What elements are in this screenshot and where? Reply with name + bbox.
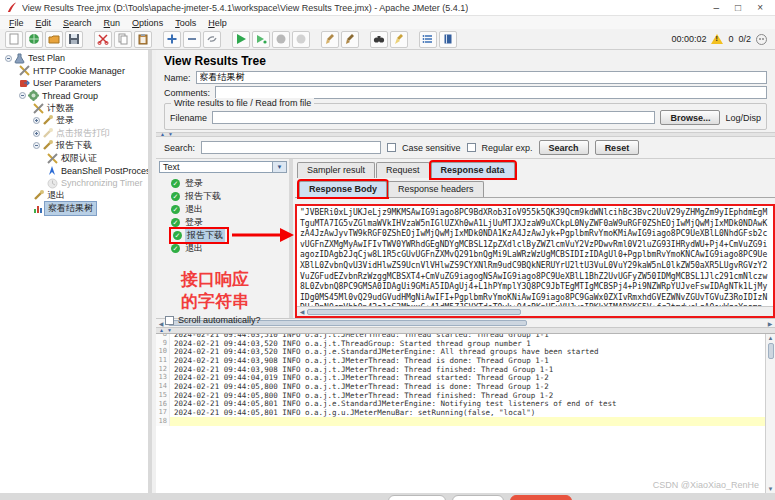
tree-item-beanshell-postprocessor[interactable]: BeanShell PostProcessor [0,165,148,178]
scroll-right-icon[interactable]: ▶ [765,320,775,327]
regular-exp-checkbox[interactable] [467,143,476,152]
expand-toggle-icon[interactable] [32,116,41,125]
expand-toggle-icon[interactable] [32,129,41,138]
paste-button[interactable] [134,31,152,48]
annotation-arrow [232,227,294,243]
scrollbar-thumb[interactable] [768,343,774,359]
tree-item-thread-group[interactable]: Thread Group [0,90,148,103]
help-button[interactable] [439,31,457,48]
scroll-automatically-checkbox[interactable] [165,316,174,325]
menu-options[interactable]: Options [126,18,169,28]
start-play-icon [235,33,247,45]
function-helper-button[interactable] [419,31,437,48]
fieldset-legend: Write results to file / Read from file [171,98,314,108]
tree-item-auth-header-manager[interactable]: 权限认证 [0,152,148,165]
menu-run[interactable]: Run [98,18,127,28]
tab-sampler-result[interactable]: Sampler result [297,162,375,178]
filename-row: Filename Browse... Log/Disp [170,106,761,125]
warning-icon[interactable] [711,34,723,44]
browse-button[interactable]: Browse... [660,110,720,125]
response-body-text[interactable]: "JVBERi0xLjUKJeLjz9MKMSAwIG9iago8PC9BdXR… [297,206,773,316]
open-file-button[interactable] [45,31,63,48]
filename-input[interactable] [212,111,655,124]
result-item-report-download[interactable]: ✓报告下载 [159,190,287,203]
tree-item-synchronizing-timer-disabled[interactable]: Synchronizing Timer [0,177,148,190]
reset-button[interactable]: Reset [595,140,640,155]
tree-item-click-report-print-disabled[interactable]: 点击报告打印 [0,127,148,140]
scroll-automatically-label: Scroll automatically? [178,315,261,325]
log-vertical-scrollbar[interactable]: ▲ ▼ [765,334,775,493]
tree-item-user-parameters[interactable]: User Parameters [0,77,148,90]
start-button[interactable] [232,31,250,48]
toolbar: 00:00:02 0 0/2 [0,29,775,50]
cut-button[interactable] [94,31,112,48]
add-element-button[interactable] [163,31,181,48]
save-button[interactable] [65,31,83,48]
tab-response-headers[interactable]: Response headers [388,181,484,197]
success-shield-icon: ✓ [171,192,180,201]
menu-tools[interactable]: Tools [169,18,202,28]
elapsed-timer: 00:00:02 [671,34,706,44]
clear-button[interactable] [321,31,339,48]
start-no-pauses-button[interactable] [252,31,270,48]
search-reset-brush-icon [393,33,405,45]
tree-item-counter[interactable]: 计数器 [0,102,148,115]
search-input[interactable] [201,141,381,154]
menu-file[interactable]: File [3,18,30,28]
result-item-login[interactable]: ✓登录 [159,177,287,190]
log-line: 112024-02-21 09:44:03,908 INFO o.a.j.t.J… [156,356,775,365]
view-mode-dropdown[interactable]: Text ▼ [159,161,287,173]
success-shield-icon: ✓ [171,218,180,227]
search-label: Search: [164,143,195,153]
log-line: 122024-02-21 09:44:03,908 INFO o.a.j.t.J… [156,365,775,374]
chevron-down-icon[interactable]: ▼ [272,162,286,172]
tab-request[interactable]: Request [376,162,430,178]
sample-results-list: ✓登录 ✓报告下载 ✓退出 ✓登录 ✓ 报告下载 ✓退出 [159,177,287,255]
new-file-button[interactable] [5,31,23,48]
close-button[interactable]: × [757,3,763,13]
tree-item-test-plan[interactable]: Test Plan [0,52,148,65]
scroll-left-icon[interactable]: ◀ [297,308,307,315]
templates-button[interactable] [25,31,43,48]
minimize-button[interactable]: – [714,3,720,13]
result-item-logout[interactable]: ✓退出 [159,203,287,216]
tab-response-data[interactable]: Response data [431,162,515,178]
response-horizontal-scrollbar[interactable]: ◀ [297,306,773,316]
open-folder-icon [48,33,60,45]
jmeter-app-icon [6,2,17,13]
menu-edit[interactable]: Edit [30,18,58,28]
collapse-toggle-icon[interactable] [4,54,13,63]
tree-item-login-sampler[interactable]: 登录 [0,115,148,128]
maximize-button[interactable]: □ [735,3,741,13]
view-results-tree-panel: View Results Tree Name: Comments: Write … [156,50,775,493]
menu-help[interactable]: Help [202,18,233,28]
search-button-toolbar[interactable] [370,31,388,48]
copy-button[interactable] [114,31,132,48]
scroll-down-icon[interactable]: ▼ [768,485,774,493]
result-item-logout-2[interactable]: ✓退出 [159,242,287,255]
search-button[interactable]: Search [539,140,589,155]
clear-all-button[interactable] [341,31,359,48]
stop-button[interactable] [272,31,290,48]
name-input[interactable] [196,71,767,84]
scroll-up-icon[interactable]: ▲ [768,334,774,342]
collapse-toggle-icon[interactable] [18,91,27,100]
remove-element-button[interactable] [183,31,201,48]
collapse-toggle-icon[interactable] [32,141,41,150]
tab-response-body[interactable]: Response Body [299,181,387,197]
scrollbar-thumb[interactable] [307,309,521,315]
log-line: 152024-02-21 09:44:05,800 INFO o.a.j.t.J… [156,391,775,400]
help-book-icon [442,33,454,45]
tree-item-view-results-tree-selected[interactable]: 察看结果树 [0,202,148,215]
window-title: View Results Tree.jmx (D:\Tools\apache-j… [22,3,468,13]
comments-label: Comments: [164,88,210,98]
shutdown-button[interactable] [292,31,310,48]
tree-item-http-cookie-manager[interactable]: HTTP Cookie Manager [0,65,148,78]
tree-item-report-download-sampler[interactable]: 报告下载 [0,140,148,153]
case-sensitive-checkbox[interactable] [387,143,396,152]
clear-all-broom-icon [344,33,356,45]
bottom-edge-strip [0,493,775,500]
menu-search[interactable]: Search [57,18,98,28]
search-reset-button-toolbar[interactable] [390,31,408,48]
toggle-button[interactable] [203,31,221,48]
